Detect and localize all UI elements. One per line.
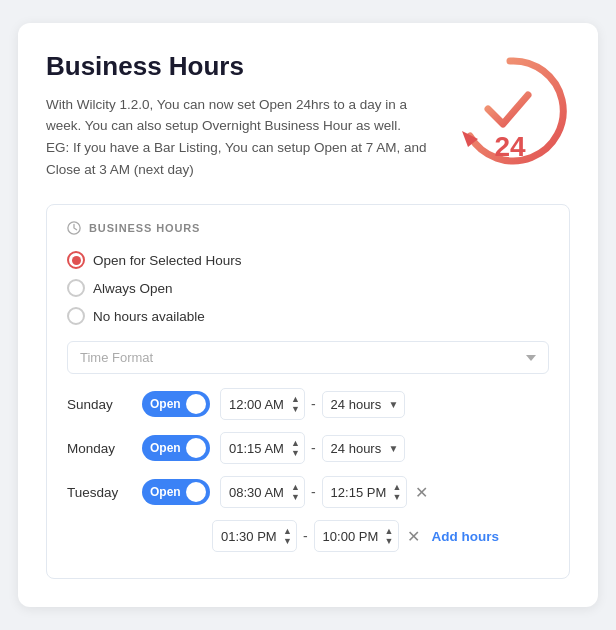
tuesday-remove-2[interactable]: ✕	[403, 525, 424, 548]
monday-toggle-knob	[186, 438, 206, 458]
tuesday-label: Tuesday	[67, 485, 132, 500]
tuesday-end-wrap-2: 10:00 PM ▲▼	[314, 520, 399, 552]
sunday-dash: -	[309, 396, 318, 412]
tuesday-start-arrow-1[interactable]: ▲▼	[287, 477, 304, 507]
radio-circle-no-hours	[67, 307, 85, 325]
radio-always-open[interactable]: Always Open	[67, 279, 549, 297]
tuesday-toggle-knob	[186, 482, 206, 502]
header-section: Business Hours With Wilcity 1.2.0, You c…	[46, 51, 570, 180]
sunday-toggle-knob	[186, 394, 206, 414]
radio-label-always-open: Always Open	[93, 281, 173, 296]
monday-end-arrow[interactable]: ▼	[384, 443, 404, 454]
tuesday-time-selects-1: 08:30 AM ▲▼ - 12:15 PM ▲▼ ✕	[220, 476, 432, 508]
sunday-toggle-label: Open	[150, 397, 181, 411]
radio-no-hours[interactable]: No hours available	[67, 307, 549, 325]
sunday-label: Sunday	[67, 397, 132, 412]
monday-toggle-label: Open	[150, 441, 181, 455]
tuesday-dash-1: -	[309, 484, 318, 500]
tuesday-sub-row: 01:30 PM ▲▼ - 10:00 PM ▲▼ ✕ Add hours	[212, 520, 549, 552]
radio-label-no-hours: No hours available	[93, 309, 205, 324]
sunday-end-wrap: 24 hours ▼	[322, 391, 405, 418]
radio-label-open-selected: Open for Selected Hours	[93, 253, 242, 268]
monday-end-select[interactable]: 24 hours	[323, 436, 384, 461]
radio-open-selected[interactable]: Open for Selected Hours	[67, 251, 549, 269]
monday-label: Monday	[67, 441, 132, 456]
clock-small-icon	[67, 221, 81, 235]
tuesday-end-select-2[interactable]: 10:00 PM	[315, 524, 381, 549]
monday-toggle[interactable]: Open	[142, 435, 210, 461]
tuesday-start-wrap-2: 01:30 PM ▲▼	[212, 520, 297, 552]
sunday-toggle[interactable]: Open	[142, 391, 210, 417]
sunday-end-arrow[interactable]: ▼	[384, 399, 404, 410]
section-header: BUSINESS HOURS	[67, 221, 549, 235]
monday-end-wrap: 24 hours ▼	[322, 435, 405, 462]
monday-start-wrap: 01:15 AM ▲▼	[220, 432, 305, 464]
sunday-row: Sunday Open 12:00 AM ▲▼ - 24 hours ▼	[67, 388, 549, 420]
header-text: Business Hours With Wilcity 1.2.0, You c…	[46, 51, 450, 180]
radio-circle-always-open	[67, 279, 85, 297]
add-hours-link[interactable]: Add hours	[432, 529, 500, 544]
monday-dash: -	[309, 440, 318, 456]
section-label: BUSINESS HOURS	[89, 222, 200, 234]
time-format-select[interactable]: Time Format 12 Hour 24 Hour	[67, 341, 549, 374]
tuesday-end-arrow-2[interactable]: ▲▼	[381, 521, 398, 551]
monday-row: Monday Open 01:15 AM ▲▼ - 24 hours ▼	[67, 432, 549, 464]
sunday-start-wrap: 12:00 AM ▲▼	[220, 388, 305, 420]
tuesday-end-select-1[interactable]: 12:15 PM	[323, 480, 389, 505]
tuesday-end-wrap-1: 12:15 PM ▲▼	[322, 476, 407, 508]
monday-start-select[interactable]: 01:15 AM	[221, 436, 287, 461]
svg-text:24: 24	[494, 131, 526, 162]
tuesday-toggle[interactable]: Open	[142, 479, 210, 505]
tuesday-start-arrow-2[interactable]: ▲▼	[279, 521, 296, 551]
business-hours-card: Business Hours With Wilcity 1.2.0, You c…	[18, 23, 598, 607]
tuesday-dash-2: -	[301, 528, 310, 544]
monday-time-selects: 01:15 AM ▲▼ - 24 hours ▼	[220, 432, 405, 464]
tuesday-start-select-2[interactable]: 01:30 PM	[213, 524, 279, 549]
tuesday-toggle-label: Open	[150, 485, 181, 499]
tuesday-remove-1[interactable]: ✕	[411, 481, 432, 504]
radio-circle-open-selected	[67, 251, 85, 269]
tuesday-end-arrow-1[interactable]: ▲▼	[389, 477, 406, 507]
tuesday-start-select-1[interactable]: 08:30 AM	[221, 480, 287, 505]
tuesday-start-wrap-1: 08:30 AM ▲▼	[220, 476, 305, 508]
business-hours-section: BUSINESS HOURS Open for Selected Hours A…	[46, 204, 570, 579]
sunday-start-arrow[interactable]: ▲▼	[287, 389, 304, 419]
radio-group: Open for Selected Hours Always Open No h…	[67, 251, 549, 325]
description: With Wilcity 1.2.0, You can now set Open…	[46, 94, 430, 180]
monday-start-arrow[interactable]: ▲▼	[287, 433, 304, 463]
clock-24-icon: 24	[450, 51, 570, 171]
sunday-end-select[interactable]: 24 hours	[323, 392, 384, 417]
tuesday-row: Tuesday Open 08:30 AM ▲▼ - 12:15 PM ▲▼	[67, 476, 549, 508]
sunday-time-selects: 12:00 AM ▲▼ - 24 hours ▼	[220, 388, 405, 420]
sunday-start-select[interactable]: 12:00 AM	[221, 392, 287, 417]
page-title: Business Hours	[46, 51, 430, 82]
